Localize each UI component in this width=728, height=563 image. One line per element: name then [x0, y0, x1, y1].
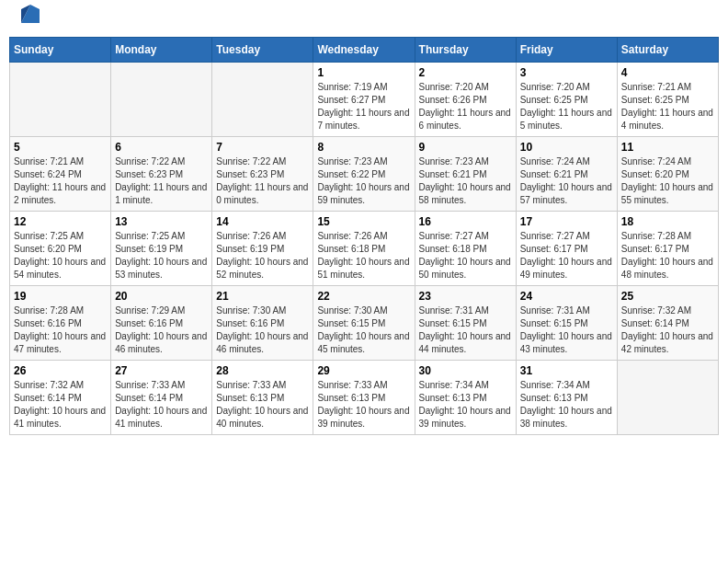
day-header-sunday: Sunday [10, 38, 111, 63]
calendar-cell [10, 63, 111, 137]
calendar-cell: 11Sunrise: 7:24 AM Sunset: 6:20 PM Dayli… [617, 137, 718, 212]
day-number: 9 [419, 141, 512, 154]
day-number: 28 [216, 364, 309, 377]
calendar-cell [617, 361, 718, 435]
day-number: 27 [115, 364, 208, 377]
day-number: 22 [317, 290, 410, 303]
day-header-monday: Monday [111, 38, 212, 63]
calendar-cell: 26Sunrise: 7:32 AM Sunset: 6:14 PM Dayli… [10, 361, 111, 435]
week-row-2: 5Sunrise: 7:21 AM Sunset: 6:24 PM Daylig… [10, 137, 719, 212]
week-row-5: 26Sunrise: 7:32 AM Sunset: 6:14 PM Dayli… [10, 361, 719, 435]
calendar-cell: 3Sunrise: 7:20 AM Sunset: 6:25 PM Daylig… [516, 63, 617, 137]
day-number: 17 [520, 215, 613, 228]
day-number: 11 [621, 141, 714, 154]
calendar-cell: 1Sunrise: 7:19 AM Sunset: 6:27 PM Daylig… [313, 63, 415, 137]
calendar-cell: 25Sunrise: 7:32 AM Sunset: 6:14 PM Dayli… [617, 286, 718, 361]
day-info: Sunrise: 7:27 AM Sunset: 6:17 PM Dayligh… [520, 230, 613, 282]
calendar-cell: 24Sunrise: 7:31 AM Sunset: 6:15 PM Dayli… [516, 286, 617, 361]
day-number: 6 [115, 141, 208, 154]
day-number: 1 [317, 66, 410, 79]
calendar-cell: 12Sunrise: 7:25 AM Sunset: 6:20 PM Dayli… [10, 212, 111, 286]
day-number: 8 [317, 141, 410, 154]
calendar-cell: 15Sunrise: 7:26 AM Sunset: 6:18 PM Dayli… [313, 212, 415, 286]
day-number: 23 [419, 290, 512, 303]
day-number: 25 [621, 290, 714, 303]
calendar-cell: 30Sunrise: 7:34 AM Sunset: 6:13 PM Dayli… [415, 361, 516, 435]
day-info: Sunrise: 7:21 AM Sunset: 6:24 PM Dayligh… [14, 155, 107, 207]
calendar-cell: 18Sunrise: 7:28 AM Sunset: 6:17 PM Dayli… [617, 212, 718, 286]
day-info: Sunrise: 7:26 AM Sunset: 6:19 PM Dayligh… [216, 230, 309, 282]
day-number: 4 [621, 66, 714, 79]
day-number: 29 [317, 364, 410, 377]
day-info: Sunrise: 7:24 AM Sunset: 6:21 PM Dayligh… [520, 155, 613, 207]
day-info: Sunrise: 7:25 AM Sunset: 6:19 PM Dayligh… [115, 230, 208, 282]
calendar-cell: 9Sunrise: 7:23 AM Sunset: 6:21 PM Daylig… [415, 137, 516, 212]
day-info: Sunrise: 7:29 AM Sunset: 6:16 PM Dayligh… [115, 304, 208, 356]
week-row-1: 1Sunrise: 7:19 AM Sunset: 6:27 PM Daylig… [10, 63, 719, 137]
day-info: Sunrise: 7:20 AM Sunset: 6:25 PM Dayligh… [520, 81, 613, 132]
logo-icon [21, 5, 40, 23]
day-header-wednesday: Wednesday [313, 38, 415, 63]
day-header-saturday: Saturday [617, 38, 718, 63]
day-number: 19 [14, 290, 107, 303]
calendar-cell: 19Sunrise: 7:28 AM Sunset: 6:16 PM Dayli… [10, 286, 111, 361]
calendar-cell: 2Sunrise: 7:20 AM Sunset: 6:26 PM Daylig… [415, 63, 516, 137]
day-info: Sunrise: 7:32 AM Sunset: 6:14 PM Dayligh… [14, 379, 107, 431]
calendar-cell: 29Sunrise: 7:33 AM Sunset: 6:13 PM Dayli… [313, 361, 415, 435]
calendar-cell: 27Sunrise: 7:33 AM Sunset: 6:14 PM Dayli… [111, 361, 212, 435]
day-number: 18 [621, 215, 714, 228]
day-info: Sunrise: 7:30 AM Sunset: 6:16 PM Dayligh… [216, 304, 309, 356]
day-info: Sunrise: 7:23 AM Sunset: 6:21 PM Dayligh… [419, 155, 512, 207]
day-info: Sunrise: 7:33 AM Sunset: 6:14 PM Dayligh… [115, 379, 208, 431]
day-info: Sunrise: 7:34 AM Sunset: 6:13 PM Dayligh… [419, 379, 512, 431]
day-header-tuesday: Tuesday [212, 38, 313, 63]
day-info: Sunrise: 7:27 AM Sunset: 6:18 PM Dayligh… [419, 230, 512, 282]
calendar-cell: 22Sunrise: 7:30 AM Sunset: 6:15 PM Dayli… [313, 286, 415, 361]
day-info: Sunrise: 7:26 AM Sunset: 6:18 PM Dayligh… [317, 230, 410, 282]
calendar-cell: 21Sunrise: 7:30 AM Sunset: 6:16 PM Dayli… [212, 286, 313, 361]
day-number: 30 [419, 364, 512, 377]
calendar-cell: 10Sunrise: 7:24 AM Sunset: 6:21 PM Dayli… [516, 137, 617, 212]
day-info: Sunrise: 7:22 AM Sunset: 6:23 PM Dayligh… [115, 155, 208, 207]
calendar-cell [212, 63, 313, 137]
calendar-cell: 8Sunrise: 7:23 AM Sunset: 6:22 PM Daylig… [313, 137, 415, 212]
logo [18, 14, 40, 23]
day-number: 7 [216, 141, 309, 154]
day-info: Sunrise: 7:30 AM Sunset: 6:15 PM Dayligh… [317, 304, 410, 356]
day-info: Sunrise: 7:22 AM Sunset: 6:23 PM Dayligh… [216, 155, 309, 207]
day-info: Sunrise: 7:32 AM Sunset: 6:14 PM Dayligh… [621, 304, 714, 356]
day-info: Sunrise: 7:19 AM Sunset: 6:27 PM Dayligh… [317, 81, 410, 132]
day-info: Sunrise: 7:31 AM Sunset: 6:15 PM Dayligh… [419, 304, 512, 356]
calendar-cell: 7Sunrise: 7:22 AM Sunset: 6:23 PM Daylig… [212, 137, 313, 212]
day-number: 31 [520, 364, 613, 377]
calendar-table: SundayMondayTuesdayWednesdayThursdayFrid… [9, 37, 719, 435]
day-number: 21 [216, 290, 309, 303]
day-info: Sunrise: 7:25 AM Sunset: 6:20 PM Dayligh… [14, 230, 107, 282]
day-info: Sunrise: 7:28 AM Sunset: 6:16 PM Dayligh… [14, 304, 107, 356]
calendar-cell: 6Sunrise: 7:22 AM Sunset: 6:23 PM Daylig… [111, 137, 212, 212]
day-number: 26 [14, 364, 107, 377]
day-info: Sunrise: 7:33 AM Sunset: 6:13 PM Dayligh… [317, 379, 410, 431]
day-header-friday: Friday [516, 38, 617, 63]
day-number: 3 [520, 66, 613, 79]
day-number: 13 [115, 215, 208, 228]
calendar-cell: 16Sunrise: 7:27 AM Sunset: 6:18 PM Dayli… [415, 212, 516, 286]
day-number: 10 [520, 141, 613, 154]
calendar-cell: 23Sunrise: 7:31 AM Sunset: 6:15 PM Dayli… [415, 286, 516, 361]
calendar-cell: 28Sunrise: 7:33 AM Sunset: 6:13 PM Dayli… [212, 361, 313, 435]
day-info: Sunrise: 7:28 AM Sunset: 6:17 PM Dayligh… [621, 230, 714, 282]
week-row-3: 12Sunrise: 7:25 AM Sunset: 6:20 PM Dayli… [10, 212, 719, 286]
day-header-thursday: Thursday [415, 38, 516, 63]
day-number: 12 [14, 215, 107, 228]
day-number: 15 [317, 215, 410, 228]
header [9, 9, 719, 28]
calendar-cell: 4Sunrise: 7:21 AM Sunset: 6:25 PM Daylig… [617, 63, 718, 137]
calendar-body: 1Sunrise: 7:19 AM Sunset: 6:27 PM Daylig… [10, 63, 719, 435]
day-number: 20 [115, 290, 208, 303]
week-row-4: 19Sunrise: 7:28 AM Sunset: 6:16 PM Dayli… [10, 286, 719, 361]
days-header-row: SundayMondayTuesdayWednesdayThursdayFrid… [10, 38, 719, 63]
calendar-cell [111, 63, 212, 137]
day-info: Sunrise: 7:24 AM Sunset: 6:20 PM Dayligh… [621, 155, 714, 207]
day-info: Sunrise: 7:23 AM Sunset: 6:22 PM Dayligh… [317, 155, 410, 207]
day-number: 2 [419, 66, 512, 79]
